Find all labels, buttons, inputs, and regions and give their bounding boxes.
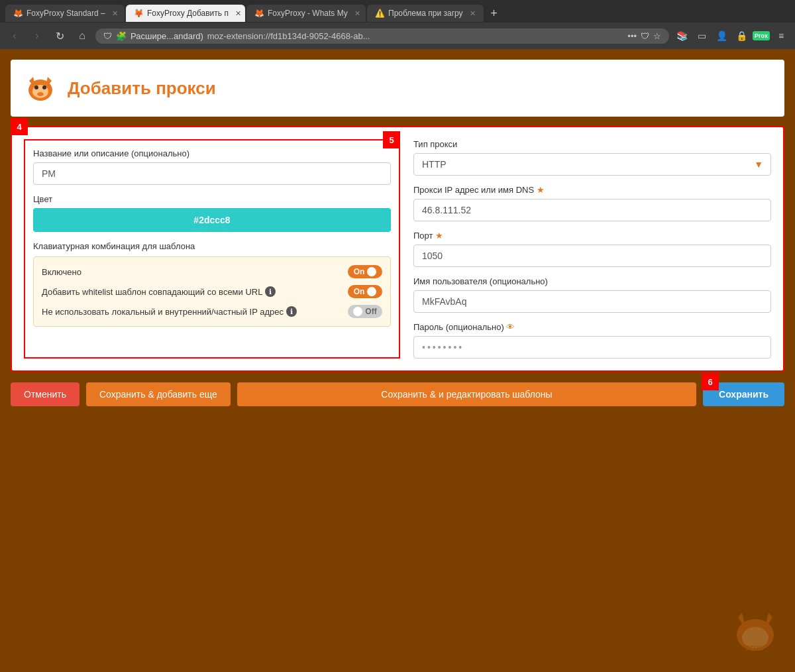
proxy-type-select[interactable]: HTTP HTTPS SOCKS4 SOCKS5	[413, 153, 771, 176]
page-title: Добавить прокси	[68, 78, 216, 99]
star-bookmark-icon[interactable]: ☆	[653, 31, 661, 41]
save-wrapper: 6 Сохранить	[703, 382, 784, 406]
toggle-localip-label: Не использовать локальный и внутренний/ч…	[42, 306, 348, 317]
nav-bar: ‹ › ↻ ⌂ 🛡 🧩 Расшире...andard) moz-extens…	[0, 23, 795, 49]
reload-button[interactable]: ↻	[50, 27, 69, 45]
more-icon: •••	[627, 31, 637, 41]
svg-point-6	[37, 92, 44, 96]
name-label: Название или описание (опционально)	[33, 148, 391, 158]
svg-text:FOXY: FOXY	[746, 645, 765, 652]
svg-point-4	[34, 85, 38, 89]
foxyproxy-icon[interactable]: Prox	[753, 27, 770, 44]
proxy-ip-label: Прокси IP адрес или имя DNS ★	[413, 185, 771, 195]
fox-logo	[24, 72, 57, 105]
main-content: Добавить прокси 4 5 Название или описани…	[0, 49, 795, 417]
toggle-enabled-label: Включено	[42, 267, 348, 277]
tab-2-icon: 🦊	[134, 9, 143, 18]
port-input[interactable]	[413, 245, 771, 267]
proxy-type-wrapper: HTTP HTTPS SOCKS4 SOCKS5 ▼	[413, 153, 771, 176]
tab-bar: 🦊 FoxyProxy Standard – ✕ 🦊 FoxyProxy Доб…	[0, 0, 795, 23]
tab-4-label: Проблема при загру	[388, 9, 463, 18]
sidebar-icon[interactable]: ▭	[693, 27, 710, 44]
step6-badge: 6	[702, 373, 719, 390]
save-add-button[interactable]: Сохранить & добавить еще	[86, 382, 231, 406]
pattern-section: Клавиатурная комбинация для шаблона Вклю…	[33, 241, 391, 327]
address-bar[interactable]: 🛡 🧩 Расшире...andard) moz-extension://fd…	[95, 28, 669, 44]
toggle-whitelist-label: Добавить whitelist шаблон совпадающий со…	[42, 286, 348, 297]
step4-badge: 4	[11, 118, 28, 135]
tab-4[interactable]: ⚠️ Проблема при загру ✕	[367, 5, 484, 22]
whitelist-info-icon[interactable]: ℹ	[265, 286, 276, 297]
home-button[interactable]: ⌂	[73, 27, 91, 45]
tab-2-label: FoxyProxy Добавить п	[147, 9, 229, 18]
address-url: moz-extension://fd1b134d-9052-4668-ab...	[207, 31, 624, 41]
proxy-ip-required-icon: ★	[537, 185, 545, 195]
address-prefix: Расшире...andard)	[131, 31, 203, 41]
form-card: 4 5 Название или описание (опционально) …	[11, 126, 784, 372]
toggle-whitelist-text: On	[354, 287, 365, 296]
tab-1[interactable]: 🦊 FoxyProxy Standard – ✕	[5, 5, 125, 22]
nav-icons-right: 📚 ▭ 👤 🔒 Prox ≡	[673, 27, 790, 44]
color-label: Цвет	[33, 194, 391, 204]
tab-1-label: FoxyProxy Standard –	[26, 9, 105, 18]
svg-point-5	[42, 85, 46, 89]
password-section: Пароль (опционально) 👁	[413, 322, 771, 359]
username-input[interactable]	[413, 290, 771, 313]
tab-1-icon: 🦊	[13, 9, 23, 18]
tab-2-close[interactable]: ✕	[235, 9, 241, 18]
toggle-enabled[interactable]: On	[348, 265, 382, 278]
password-label: Пароль (опционально) 👁	[413, 322, 771, 332]
localip-info-icon[interactable]: ℹ	[286, 306, 297, 317]
header-card: Добавить прокси	[11, 60, 784, 117]
right-panel: Тип прокси HTTP HTTPS SOCKS4 SOCKS5 ▼ Пр…	[413, 139, 771, 359]
toggle-localip[interactable]: Off	[348, 305, 382, 318]
proxy-ip-section: Прокси IP адрес или имя DNS ★	[413, 185, 771, 221]
new-tab-button[interactable]: +	[485, 4, 504, 23]
eye-icon[interactable]: 👁	[506, 322, 515, 332]
toggle-enabled-knob	[367, 267, 376, 276]
foxy-watermark-logo: FOXY	[729, 603, 782, 656]
tab-4-close[interactable]: ✕	[470, 9, 476, 18]
foxy-badge: Prox	[753, 31, 770, 40]
username-section: Имя пользователя (опционально)	[413, 276, 771, 313]
toggle-whitelist-knob	[367, 287, 376, 296]
username-label: Имя пользователя (опционально)	[413, 276, 771, 286]
password-input[interactable]	[413, 336, 771, 359]
toggle-whitelist[interactable]: On	[348, 285, 382, 298]
bookmark-shield-icon: 🛡	[641, 31, 649, 41]
tab-3-icon: 🦊	[254, 9, 264, 18]
color-button[interactable]: #2dccc8	[33, 208, 391, 232]
step5-badge: 5	[383, 131, 400, 148]
tab-1-close[interactable]: ✕	[112, 9, 118, 18]
toggle-localip-row: Не использовать локальный и внутренний/ч…	[42, 305, 382, 318]
menu-icon[interactable]: ≡	[772, 27, 790, 44]
port-label: Порт ★	[413, 231, 771, 241]
forward-button[interactable]: ›	[28, 27, 46, 45]
password-label-text: Пароль (опционально)	[413, 322, 504, 332]
footer-watermark: FOXY	[729, 603, 782, 659]
tab-2[interactable]: 🦊 FoxyProxy Добавить п ✕	[126, 5, 245, 22]
color-section: Цвет #2dccc8	[33, 194, 391, 232]
tab-3-close[interactable]: ✕	[354, 9, 360, 18]
proxy-ip-input[interactable]	[413, 199, 771, 221]
tab-3[interactable]: 🦊 FoxyProxy - Whats My ✕	[246, 5, 366, 22]
toggle-enabled-row: Включено On	[42, 265, 382, 278]
name-input[interactable]	[33, 162, 391, 185]
save-patterns-button[interactable]: Сохранить & и редактировать шаблоны	[237, 382, 696, 406]
left-panel: 5 Название или описание (опционально) Цв…	[24, 139, 400, 359]
port-required-icon: ★	[435, 231, 443, 241]
toggle-localip-text: Off	[365, 307, 376, 316]
back-button[interactable]: ‹	[5, 27, 24, 45]
buttons-row: Отменить Сохранить & добавить еще Сохран…	[11, 382, 784, 406]
account-icon[interactable]: 👤	[713, 27, 730, 44]
sync-icon[interactable]: 🔒	[733, 27, 750, 44]
tab-3-label: FoxyProxy - Whats My	[268, 9, 348, 18]
extension-icon: 🧩	[116, 31, 127, 41]
bookmarks-icon[interactable]: 📚	[673, 27, 690, 44]
browser-chrome: 🦊 FoxyProxy Standard – ✕ 🦊 FoxyProxy Доб…	[0, 0, 795, 49]
port-label-text: Порт	[413, 231, 433, 241]
pattern-label: Клавиатурная комбинация для шаблона	[33, 241, 391, 251]
cancel-button[interactable]: Отменить	[11, 382, 80, 406]
toggle-enabled-text: On	[354, 267, 365, 276]
proxy-type-label: Тип прокси	[413, 139, 771, 149]
